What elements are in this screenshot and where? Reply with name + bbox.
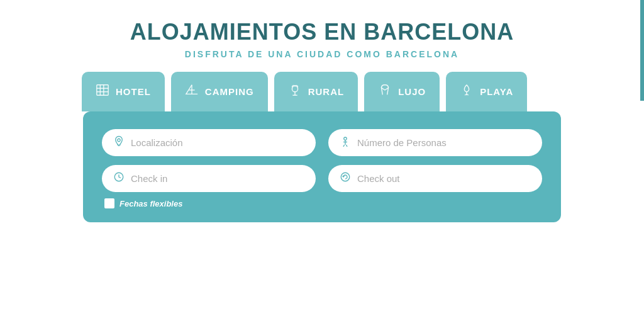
- svg-point-14: [341, 173, 350, 181]
- search-grid: [102, 129, 542, 192]
- personas-field[interactable]: [328, 129, 542, 156]
- tab-hotel-label: HOTEL: [116, 86, 151, 97]
- tab-playa[interactable]: PLAYA: [446, 72, 527, 111]
- flexible-dates-label: Fechas flexibles: [119, 199, 182, 208]
- page-subtitle: DISFRUTA DE UNA CIUDAD COMO BARCELONA: [130, 49, 514, 59]
- tab-camping[interactable]: CAMPING: [171, 72, 268, 111]
- header-section: ALOJAMIENTOS EN BARCELONA DISFRUTA DE UN…: [130, 19, 514, 59]
- page-title: ALOJAMIENTOS EN BARCELONA: [130, 19, 514, 45]
- category-tabs: HOTEL CAMPING RURAL: [82, 72, 527, 111]
- hotel-icon: [96, 83, 109, 100]
- localizacion-input[interactable]: [131, 137, 304, 148]
- checkout-input[interactable]: [357, 173, 531, 184]
- svg-point-12: [344, 137, 347, 140]
- lujo-icon: [378, 83, 392, 100]
- camping-icon: [185, 83, 199, 100]
- accent-bar: [640, 0, 644, 101]
- flexible-dates-checkbox[interactable]: [104, 198, 114, 208]
- checkout-icon: [340, 171, 351, 186]
- location-icon: [113, 135, 125, 150]
- tab-rural-label: RURAL: [308, 86, 345, 97]
- playa-icon: [460, 83, 474, 100]
- svg-point-11: [118, 139, 121, 142]
- personas-icon: [340, 135, 351, 150]
- search-panel: Fechas flexibles: [83, 111, 561, 222]
- rural-icon: [288, 83, 302, 100]
- checkout-field[interactable]: [328, 165, 542, 192]
- checkin-icon: [113, 171, 125, 186]
- tab-playa-label: PLAYA: [480, 86, 513, 97]
- checkin-field[interactable]: [102, 165, 316, 192]
- tab-lujo[interactable]: LUJO: [364, 72, 440, 111]
- tab-lujo-label: LUJO: [398, 86, 426, 97]
- tab-camping-label: CAMPING: [205, 86, 254, 97]
- tab-hotel[interactable]: HOTEL: [82, 72, 165, 111]
- tab-rural[interactable]: RURAL: [274, 72, 358, 111]
- personas-input[interactable]: [357, 137, 531, 148]
- svg-point-7: [292, 86, 297, 92]
- flexible-dates-row: Fechas flexibles: [104, 198, 542, 208]
- svg-rect-0: [97, 85, 108, 96]
- localizacion-field[interactable]: [102, 129, 316, 156]
- checkin-input[interactable]: [131, 173, 304, 184]
